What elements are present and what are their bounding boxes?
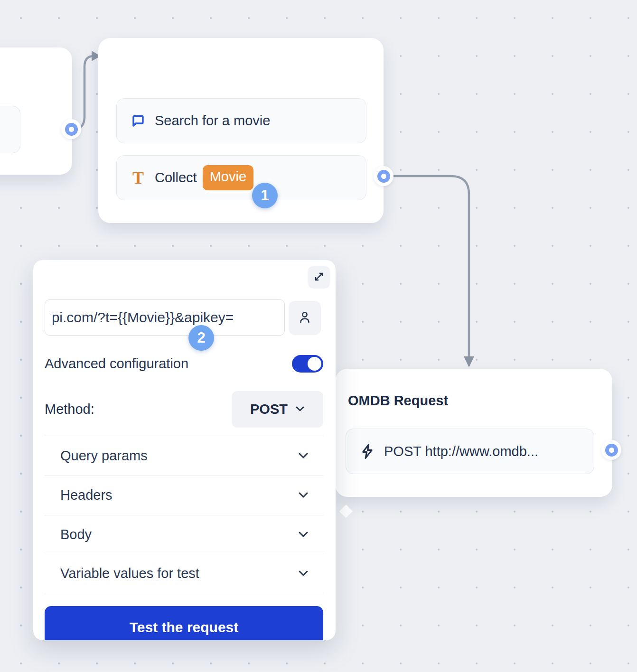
method-value: POST (250, 401, 288, 417)
advanced-configuration-toggle[interactable] (292, 355, 323, 373)
send-message-block[interactable]: Search for a movie (116, 98, 366, 143)
section-headers[interactable]: Headers (45, 476, 323, 514)
divider (45, 593, 323, 593)
section-label: Headers (45, 487, 112, 503)
method-select[interactable]: POST (232, 391, 323, 428)
connector-line-movie-to-omdb (384, 176, 469, 357)
chevron-down-icon (298, 452, 309, 459)
chevron-down-icon (298, 492, 309, 499)
chat-bubble-icon (130, 114, 146, 128)
section-label: Query params (45, 448, 148, 464)
block-input-notch (339, 504, 354, 519)
section-query-params[interactable]: Query params (45, 436, 323, 475)
step-badge-1: 1 (252, 183, 278, 208)
partial-node-card[interactable] (0, 47, 72, 175)
variable-badge-movie[interactable]: Movie (203, 165, 253, 190)
advanced-configuration-row: Advanced configuration (45, 354, 323, 373)
webhook-config-panel: Advanced configuration Method: POST Quer… (33, 260, 336, 640)
section-label: Body (45, 527, 92, 542)
chevron-down-icon (298, 531, 309, 538)
output-port-left-card[interactable] (61, 119, 81, 139)
connector-line-left-to-movie (72, 56, 94, 129)
webhook-block[interactable]: POST http://www.omdb... (346, 429, 594, 474)
port-dot (605, 444, 618, 457)
arrowhead-into-omdb-card (464, 356, 474, 367)
output-port-omdb-card[interactable] (601, 440, 621, 460)
advanced-configuration-label: Advanced configuration (45, 356, 188, 372)
node-title: OMDB Request (348, 393, 448, 409)
user-icon (298, 310, 312, 327)
output-port-movie-card[interactable] (374, 166, 393, 186)
flow-canvas[interactable]: Movie search Search for a movie T Collec… (0, 0, 637, 672)
partial-node-block[interactable] (0, 106, 20, 153)
block-label: POST http://www.omdb... (384, 444, 538, 459)
port-dot (65, 123, 78, 136)
port-dot (377, 170, 390, 183)
request-url-input[interactable] (45, 299, 285, 336)
chevron-down-icon (298, 570, 309, 577)
method-label: Method: (45, 401, 94, 417)
block-label: Search for a movie (155, 113, 270, 129)
test-request-button[interactable]: Test the request (45, 606, 323, 640)
text-formatting-T-icon: T (130, 169, 146, 187)
method-row: Method: POST (45, 391, 323, 428)
movie-search-node-card[interactable]: Movie search Search for a movie T Collec… (98, 38, 384, 223)
block-label: Collect (155, 170, 197, 186)
section-variable-values[interactable]: Variable values for test (45, 554, 323, 593)
chevron-down-icon (295, 405, 305, 414)
section-label: Variable values for test (45, 566, 199, 581)
collect-input-block[interactable]: T Collect Movie (116, 155, 366, 200)
step-badge-2: 2 (188, 325, 214, 351)
omdb-request-node-card[interactable]: OMDB Request POST http://www.omdb... (335, 369, 612, 497)
expand-icon (313, 271, 325, 284)
lightning-icon (359, 443, 375, 459)
section-body[interactable]: Body (45, 515, 323, 554)
expand-button[interactable] (308, 266, 330, 289)
toggle-knob (308, 357, 321, 371)
insert-variable-button[interactable] (289, 301, 321, 335)
